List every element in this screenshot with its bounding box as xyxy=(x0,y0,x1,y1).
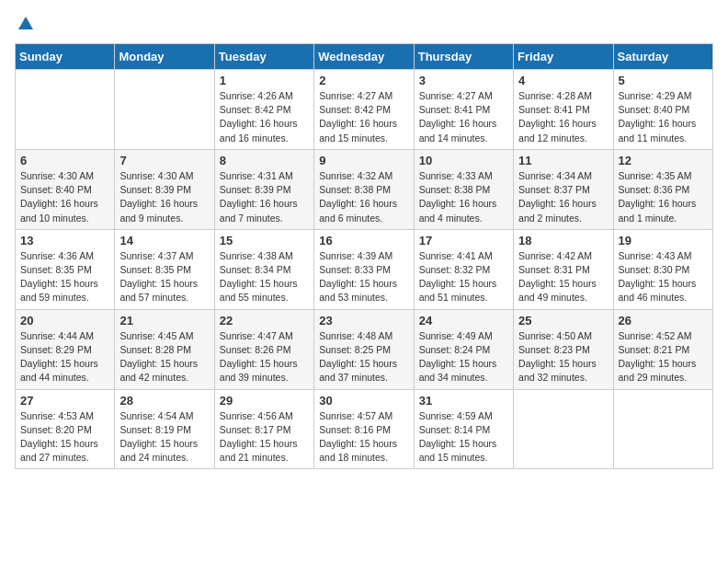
day-number: 17 xyxy=(419,234,508,247)
calendar-cell: 2Sunrise: 4:27 AMSunset: 8:42 PMDaylight… xyxy=(314,70,414,150)
day-info: Sunrise: 4:44 AMSunset: 8:29 PMDaylight:… xyxy=(20,329,109,385)
day-number: 19 xyxy=(619,234,708,247)
calendar-cell: 4Sunrise: 4:28 AMSunset: 8:41 PMDaylight… xyxy=(514,70,613,150)
day-info: Sunrise: 4:28 AMSunset: 8:41 PMDaylight:… xyxy=(518,89,608,145)
day-number: 3 xyxy=(419,74,508,87)
day-info: Sunrise: 4:54 AMSunset: 8:19 PMDaylight:… xyxy=(119,409,209,465)
day-number: 31 xyxy=(419,394,508,408)
day-number: 9 xyxy=(319,154,408,167)
calendar-cell: 20Sunrise: 4:44 AMSunset: 8:29 PMDayligh… xyxy=(16,309,115,389)
day-info: Sunrise: 4:42 AMSunset: 8:31 PMDaylight:… xyxy=(518,249,608,305)
day-number: 4 xyxy=(518,74,608,87)
calendar-cell: 18Sunrise: 4:42 AMSunset: 8:31 PMDayligh… xyxy=(514,229,613,309)
calendar-cell: 1Sunrise: 4:26 AMSunset: 8:42 PMDaylight… xyxy=(214,70,313,150)
day-number: 6 xyxy=(20,154,109,167)
day-number: 7 xyxy=(119,154,209,167)
calendar-cell: 30Sunrise: 4:57 AMSunset: 8:16 PMDayligh… xyxy=(314,389,414,469)
day-number: 20 xyxy=(20,314,109,327)
day-info: Sunrise: 4:31 AMSunset: 8:39 PMDaylight:… xyxy=(220,169,309,225)
calendar-cell: 29Sunrise: 4:56 AMSunset: 8:17 PMDayligh… xyxy=(214,389,313,469)
calendar: SundayMondayTuesdayWednesdayThursdayFrid… xyxy=(15,43,713,469)
header xyxy=(15,15,713,38)
day-info: Sunrise: 4:45 AMSunset: 8:28 PMDaylight:… xyxy=(119,329,209,385)
day-info: Sunrise: 4:30 AMSunset: 8:39 PMDaylight:… xyxy=(119,169,209,225)
day-number: 22 xyxy=(220,314,309,327)
day-info: Sunrise: 4:38 AMSunset: 8:34 PMDaylight:… xyxy=(220,249,309,305)
day-info: Sunrise: 4:43 AMSunset: 8:30 PMDaylight:… xyxy=(619,249,708,305)
day-info: Sunrise: 4:26 AMSunset: 8:42 PMDaylight:… xyxy=(220,89,309,145)
calendar-cell: 28Sunrise: 4:54 AMSunset: 8:19 PMDayligh… xyxy=(115,389,214,469)
day-number: 25 xyxy=(518,314,608,327)
day-number: 28 xyxy=(119,394,209,408)
day-number: 1 xyxy=(220,74,309,87)
calendar-cell: 16Sunrise: 4:39 AMSunset: 8:33 PMDayligh… xyxy=(314,229,414,309)
week-row-1: 1Sunrise: 4:26 AMSunset: 8:42 PMDaylight… xyxy=(16,70,713,150)
day-info: Sunrise: 4:49 AMSunset: 8:24 PMDaylight:… xyxy=(419,329,508,385)
weekday-header-saturday: Saturday xyxy=(613,44,712,70)
day-number: 10 xyxy=(419,154,508,167)
day-info: Sunrise: 4:35 AMSunset: 8:36 PMDaylight:… xyxy=(619,169,708,225)
day-number: 14 xyxy=(119,234,209,247)
calendar-cell: 22Sunrise: 4:47 AMSunset: 8:26 PMDayligh… xyxy=(214,309,313,389)
day-info: Sunrise: 4:33 AMSunset: 8:38 PMDaylight:… xyxy=(419,169,508,225)
calendar-cell: 7Sunrise: 4:30 AMSunset: 8:39 PMDaylight… xyxy=(115,149,214,229)
day-number: 23 xyxy=(319,314,408,327)
day-number: 24 xyxy=(419,314,508,327)
calendar-cell: 27Sunrise: 4:53 AMSunset: 8:20 PMDayligh… xyxy=(16,389,115,469)
day-info: Sunrise: 4:53 AMSunset: 8:20 PMDaylight:… xyxy=(20,409,109,465)
calendar-cell: 31Sunrise: 4:59 AMSunset: 8:14 PMDayligh… xyxy=(414,389,513,469)
day-number: 29 xyxy=(220,394,309,408)
day-number: 30 xyxy=(319,394,408,408)
calendar-cell: 9Sunrise: 4:32 AMSunset: 8:38 PMDaylight… xyxy=(314,149,414,229)
day-info: Sunrise: 4:27 AMSunset: 8:41 PMDaylight:… xyxy=(419,89,508,145)
weekday-header-sunday: Sunday xyxy=(16,44,115,70)
day-info: Sunrise: 4:52 AMSunset: 8:21 PMDaylight:… xyxy=(619,329,708,385)
svg-marker-0 xyxy=(18,17,33,29)
weekday-header-friday: Friday xyxy=(514,44,613,70)
calendar-cell: 11Sunrise: 4:34 AMSunset: 8:37 PMDayligh… xyxy=(514,149,613,229)
calendar-cell: 17Sunrise: 4:41 AMSunset: 8:32 PMDayligh… xyxy=(414,229,513,309)
calendar-cell: 13Sunrise: 4:36 AMSunset: 8:35 PMDayligh… xyxy=(16,229,115,309)
day-info: Sunrise: 4:48 AMSunset: 8:25 PMDaylight:… xyxy=(319,329,408,385)
day-number: 5 xyxy=(619,74,708,87)
day-number: 15 xyxy=(220,234,309,247)
day-number: 16 xyxy=(319,234,408,247)
calendar-cell: 25Sunrise: 4:50 AMSunset: 8:23 PMDayligh… xyxy=(514,309,613,389)
logo-icon xyxy=(17,15,35,33)
logo xyxy=(15,15,37,38)
day-info: Sunrise: 4:50 AMSunset: 8:23 PMDaylight:… xyxy=(518,329,608,385)
day-info: Sunrise: 4:56 AMSunset: 8:17 PMDaylight:… xyxy=(220,409,309,465)
day-number: 8 xyxy=(220,154,309,167)
day-number: 13 xyxy=(20,234,109,247)
calendar-cell: 26Sunrise: 4:52 AMSunset: 8:21 PMDayligh… xyxy=(613,309,712,389)
weekday-header-wednesday: Wednesday xyxy=(314,44,414,70)
day-info: Sunrise: 4:36 AMSunset: 8:35 PMDaylight:… xyxy=(20,249,109,305)
day-number: 11 xyxy=(518,154,608,167)
calendar-cell: 21Sunrise: 4:45 AMSunset: 8:28 PMDayligh… xyxy=(115,309,214,389)
day-number: 26 xyxy=(619,314,708,327)
calendar-cell xyxy=(115,70,214,150)
day-info: Sunrise: 4:34 AMSunset: 8:37 PMDaylight:… xyxy=(518,169,608,225)
day-info: Sunrise: 4:27 AMSunset: 8:42 PMDaylight:… xyxy=(319,89,408,145)
day-info: Sunrise: 4:37 AMSunset: 8:35 PMDaylight:… xyxy=(119,249,209,305)
day-info: Sunrise: 4:30 AMSunset: 8:40 PMDaylight:… xyxy=(20,169,109,225)
day-number: 18 xyxy=(518,234,608,247)
weekday-header-thursday: Thursday xyxy=(414,44,513,70)
week-row-3: 13Sunrise: 4:36 AMSunset: 8:35 PMDayligh… xyxy=(16,229,713,309)
day-number: 12 xyxy=(619,154,708,167)
week-row-4: 20Sunrise: 4:44 AMSunset: 8:29 PMDayligh… xyxy=(16,309,713,389)
calendar-cell xyxy=(514,389,613,469)
calendar-cell: 8Sunrise: 4:31 AMSunset: 8:39 PMDaylight… xyxy=(214,149,313,229)
weekday-header-row: SundayMondayTuesdayWednesdayThursdayFrid… xyxy=(16,44,713,70)
day-number: 21 xyxy=(119,314,209,327)
weekday-header-tuesday: Tuesday xyxy=(214,44,313,70)
day-info: Sunrise: 4:39 AMSunset: 8:33 PMDaylight:… xyxy=(319,249,408,305)
day-info: Sunrise: 4:47 AMSunset: 8:26 PMDaylight:… xyxy=(220,329,309,385)
calendar-cell: 10Sunrise: 4:33 AMSunset: 8:38 PMDayligh… xyxy=(414,149,513,229)
calendar-cell: 23Sunrise: 4:48 AMSunset: 8:25 PMDayligh… xyxy=(314,309,414,389)
calendar-cell: 12Sunrise: 4:35 AMSunset: 8:36 PMDayligh… xyxy=(613,149,712,229)
calendar-cell xyxy=(613,389,712,469)
week-row-2: 6Sunrise: 4:30 AMSunset: 8:40 PMDaylight… xyxy=(16,149,713,229)
calendar-cell: 24Sunrise: 4:49 AMSunset: 8:24 PMDayligh… xyxy=(414,309,513,389)
day-info: Sunrise: 4:57 AMSunset: 8:16 PMDaylight:… xyxy=(319,409,408,465)
